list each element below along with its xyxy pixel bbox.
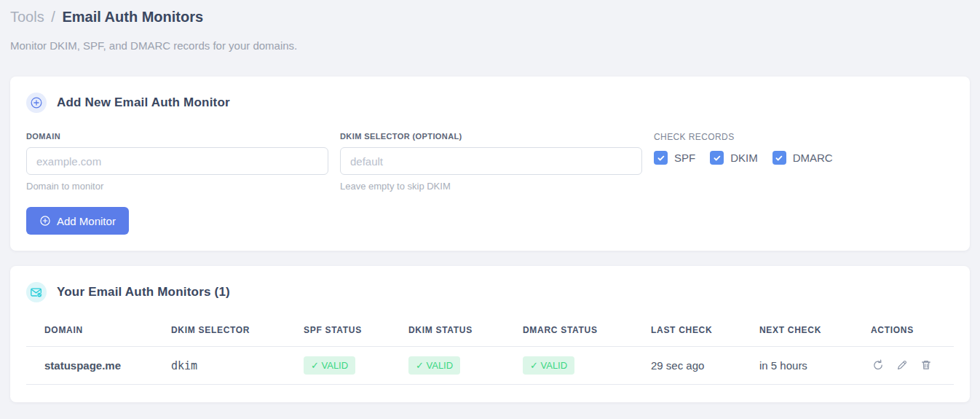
domain-input[interactable] bbox=[26, 147, 328, 175]
page-subtitle: Monitor DKIM, SPF, and DMARC records for… bbox=[10, 39, 970, 52]
page-title: Email Auth Monitors bbox=[62, 9, 203, 25]
check-icon bbox=[772, 151, 786, 165]
dkim-checkbox-label: DKIM bbox=[730, 152, 758, 164]
header-dkim-status: DKIM STATUS bbox=[390, 314, 505, 347]
add-monitor-card-header: Add New Email Auth Monitor bbox=[26, 93, 954, 113]
dkim-selector-field: DKIM SELECTOR (OPTIONAL) Leave empty to … bbox=[340, 132, 642, 192]
check-records-group: CHECK RECORDS SPF DKIM bbox=[654, 132, 954, 165]
monitor-dkim-selector: dkim bbox=[153, 347, 285, 385]
domain-field: DOMAIN Domain to monitor bbox=[26, 132, 328, 192]
add-monitor-card-title: Add New Email Auth Monitor bbox=[57, 95, 230, 110]
row-actions bbox=[871, 358, 933, 372]
spf-status-badge: ✓ VALID bbox=[304, 356, 355, 375]
check-icon bbox=[710, 151, 724, 165]
monitors-table: DOMAIN DKIM SELECTOR SPF STATUS DKIM STA… bbox=[26, 314, 954, 385]
delete-icon[interactable] bbox=[919, 358, 933, 372]
header-actions: ACTIONS bbox=[853, 314, 954, 347]
plus-circle-icon bbox=[39, 215, 51, 227]
spf-checkbox[interactable]: SPF bbox=[654, 151, 695, 165]
monitor-domain: statuspage.me bbox=[26, 347, 153, 385]
dkim-checkbox[interactable]: DKIM bbox=[710, 151, 758, 165]
add-monitor-form: DOMAIN Domain to monitor DKIM SELECTOR (… bbox=[26, 132, 954, 192]
breadcrumb-separator: / bbox=[51, 9, 55, 25]
envelope-check-icon bbox=[26, 282, 47, 302]
page-header: Tools / Email Auth Monitors Monitor DKIM… bbox=[10, 7, 970, 52]
table-header-row: DOMAIN DKIM SELECTOR SPF STATUS DKIM STA… bbox=[26, 314, 954, 347]
header-spf-status: SPF STATUS bbox=[285, 314, 390, 347]
add-monitor-card: Add New Email Auth Monitor DOMAIN Domain… bbox=[10, 77, 970, 251]
check-records-label: CHECK RECORDS bbox=[654, 132, 954, 142]
page: Tools / Email Auth Monitors Monitor DKIM… bbox=[0, 0, 980, 402]
breadcrumb-tools-link[interactable]: Tools bbox=[10, 9, 44, 25]
table-row: statuspage.me dkim ✓ VALID ✓ VALID ✓ VAL… bbox=[26, 347, 954, 385]
monitors-card: Your Email Auth Monitors (1) DOMAIN DKIM… bbox=[10, 266, 970, 402]
header-last-check: LAST CHECK bbox=[633, 314, 741, 347]
refresh-icon[interactable] bbox=[871, 358, 885, 372]
header-next-check: NEXT CHECK bbox=[741, 314, 853, 347]
add-monitor-button[interactable]: Add Monitor bbox=[26, 207, 129, 235]
header-dmarc-status: DMARC STATUS bbox=[505, 314, 633, 347]
dmarc-status-badge: ✓ VALID bbox=[523, 356, 574, 375]
dmarc-checkbox-label: DMARC bbox=[793, 152, 833, 164]
domain-helper-text: Domain to monitor bbox=[26, 181, 328, 192]
add-monitor-button-label: Add Monitor bbox=[57, 215, 116, 227]
dkim-status-badge: ✓ VALID bbox=[408, 356, 460, 375]
dkim-selector-label: DKIM SELECTOR (OPTIONAL) bbox=[340, 132, 642, 141]
check-icon bbox=[654, 151, 668, 165]
plus-circle-icon bbox=[26, 93, 47, 113]
dkim-selector-helper-text: Leave empty to skip DKIM bbox=[340, 181, 642, 192]
header-dkim-selector: DKIM SELECTOR bbox=[153, 314, 285, 347]
dkim-selector-input[interactable] bbox=[340, 147, 642, 175]
domain-label: DOMAIN bbox=[26, 132, 328, 141]
edit-icon[interactable] bbox=[895, 358, 909, 372]
spf-checkbox-label: SPF bbox=[674, 152, 695, 164]
dmarc-checkbox[interactable]: DMARC bbox=[772, 151, 833, 165]
header-domain: DOMAIN bbox=[26, 314, 153, 347]
monitor-next-check: in 5 hours bbox=[741, 347, 853, 385]
monitors-card-title: Your Email Auth Monitors (1) bbox=[57, 285, 230, 299]
monitors-card-header: Your Email Auth Monitors (1) bbox=[26, 282, 954, 302]
breadcrumb: Tools / Email Auth Monitors bbox=[10, 7, 970, 26]
monitor-last-check: 29 sec ago bbox=[633, 347, 741, 385]
check-records-options: SPF DKIM DMARC bbox=[654, 151, 954, 165]
